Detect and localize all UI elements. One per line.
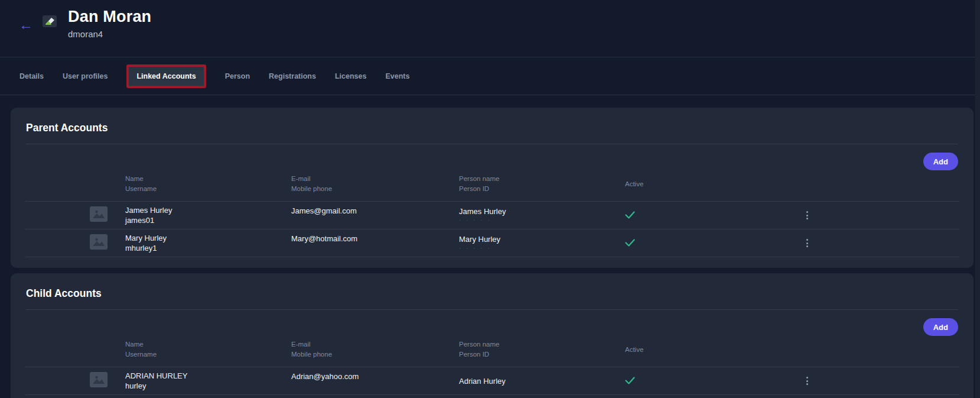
app-header: ← Dan Moran dmoran4 xyxy=(0,0,980,57)
column-header-name-line1: Name xyxy=(125,174,291,184)
column-header-name-line2: Username xyxy=(125,184,291,194)
section-title: Parent Accounts xyxy=(11,108,974,144)
table-header-row: NameUsernameE-mailMobile phonePerson nam… xyxy=(25,170,959,201)
person-cell: Mary Hurley· · · · · xyxy=(459,229,625,257)
table-row: James Hurleyjames01James@gmail.comJames … xyxy=(25,201,959,229)
row-username: mhurley1 xyxy=(125,243,291,253)
row-email: James@gmail.com xyxy=(291,206,459,216)
table-toolbar: Add xyxy=(11,144,974,170)
row-name: James Hurley xyxy=(125,205,291,215)
active-cell xyxy=(625,229,804,257)
page-subtitle: dmoran4 xyxy=(68,29,151,39)
table-row: ADRIAN HURLEYhurleyAdrian@yahoo.comAdria… xyxy=(25,367,959,395)
kebab-dot xyxy=(806,215,808,216)
back-arrow-icon: ← xyxy=(19,17,33,33)
page-title: Dan Moran xyxy=(68,8,151,26)
kebab-dot xyxy=(806,211,808,213)
column-header-person-line1: Person name xyxy=(459,339,625,350)
column-header-email-line2: Mobile phone xyxy=(291,184,459,194)
email-cell: Mary@hotmail.com xyxy=(291,229,459,257)
tab-registrations[interactable]: Registrations xyxy=(269,72,316,80)
tab-bar: DetailsUser profilesLinked AccountsPerso… xyxy=(0,57,980,95)
main-content: Parent AccountsAddNameUsernameE-mailMobi… xyxy=(0,95,980,398)
header-spacer xyxy=(804,339,959,360)
column-header-email-line1: E-mail xyxy=(291,339,459,350)
tab-user-profiles[interactable]: User profiles xyxy=(63,72,108,80)
table-row: Mary Hurleymhurley1Mary@hotmail.comMary … xyxy=(25,229,959,257)
header-spacer xyxy=(25,339,125,360)
email-cell: Adrian@yahoo.com xyxy=(291,367,459,394)
actions-cell xyxy=(804,229,959,257)
header-titles: Dan Moran dmoran4 xyxy=(68,8,151,39)
column-header-person: Person namePerson ID xyxy=(459,174,625,194)
table-toolbar: Add xyxy=(11,310,974,336)
column-header-active-line1: Active xyxy=(625,345,804,355)
page: ← Dan Moran dmoran4 DetailsUser profiles… xyxy=(0,0,980,398)
person-cell: James Hurley· · · · · xyxy=(459,202,625,229)
row-name: Mary Hurley xyxy=(125,233,291,243)
scrollbar[interactable] xyxy=(975,0,980,398)
child-accounts-card: Child AccountsAddNameUsernameE-mailMobil… xyxy=(11,273,974,398)
header-spacer xyxy=(804,174,959,194)
avatar-cell xyxy=(25,202,125,229)
column-header-name-line2: Username xyxy=(125,350,291,360)
row-menu-button[interactable] xyxy=(804,208,810,223)
avatar-cell xyxy=(25,367,125,394)
person-cell: Adrian Hurley xyxy=(459,367,625,394)
column-header-email-line1: E-mail xyxy=(291,174,459,184)
header-spacer xyxy=(25,174,125,194)
tab-licenses[interactable]: Licenses xyxy=(335,72,367,80)
name-cell: ADRIAN HURLEYhurley xyxy=(125,367,291,394)
active-check-icon xyxy=(625,238,804,249)
row-person-id-masked: · · · · · xyxy=(459,216,625,225)
image-placeholder-icon xyxy=(90,372,108,390)
column-header-active-line1: Active xyxy=(625,179,804,189)
column-header-person-line2: Person ID xyxy=(459,350,625,360)
image-placeholder-icon xyxy=(90,234,108,252)
image-placeholder-icon xyxy=(90,206,108,224)
row-person-name: James Hurley xyxy=(459,206,625,216)
section-title: Child Accounts xyxy=(11,273,974,309)
column-header-person-line1: Person name xyxy=(459,174,625,184)
column-header-active: Active xyxy=(625,339,804,360)
email-cell: James@gmail.com xyxy=(291,202,459,229)
row-person-name: Mary Hurley xyxy=(459,234,625,244)
name-cell: James Hurleyjames01 xyxy=(125,202,291,229)
name-cell: Mary Hurleymhurley1 xyxy=(125,229,291,257)
active-check-icon xyxy=(625,211,804,221)
row-email: Mary@hotmail.com xyxy=(291,234,459,244)
user-avatar-icon xyxy=(43,15,57,30)
column-header-name-line1: Name xyxy=(125,339,291,350)
kebab-dot xyxy=(806,377,808,378)
active-check-icon xyxy=(625,376,804,387)
active-cell xyxy=(625,202,804,229)
add-button[interactable]: Add xyxy=(923,318,958,336)
kebab-dot xyxy=(806,383,808,385)
avatar-cell xyxy=(25,229,125,257)
actions-cell xyxy=(804,367,959,394)
add-button[interactable]: Add xyxy=(923,153,958,170)
column-header-active: Active xyxy=(625,174,804,194)
column-header-person: Person namePerson ID xyxy=(459,339,625,360)
actions-cell xyxy=(804,202,959,229)
back-button[interactable]: ← xyxy=(18,17,34,33)
row-menu-button[interactable] xyxy=(804,235,810,251)
column-header-name: NameUsername xyxy=(125,174,291,194)
table-header-row: NameUsernameE-mailMobile phonePerson nam… xyxy=(25,336,959,367)
active-cell xyxy=(625,367,804,394)
kebab-dot xyxy=(806,245,808,247)
parent-accounts-card: Parent AccountsAddNameUsernameE-mailMobi… xyxy=(11,108,974,268)
column-header-email: E-mailMobile phone xyxy=(291,339,459,360)
column-header-email-line2: Mobile phone xyxy=(291,350,459,360)
tab-events[interactable]: Events xyxy=(385,72,409,80)
column-header-email: E-mailMobile phone xyxy=(291,174,459,194)
kebab-dot xyxy=(806,239,808,241)
row-menu-button[interactable] xyxy=(804,373,810,389)
tab-person[interactable]: Person xyxy=(225,72,250,80)
kebab-dot xyxy=(806,380,808,382)
row-person-id-masked: · · · · · xyxy=(459,244,625,253)
tab-linked-accounts[interactable]: Linked Accounts xyxy=(126,64,206,88)
tab-details[interactable]: Details xyxy=(19,72,44,80)
row-person-name: Adrian Hurley xyxy=(459,376,625,386)
column-header-person-line2: Person ID xyxy=(459,184,625,194)
